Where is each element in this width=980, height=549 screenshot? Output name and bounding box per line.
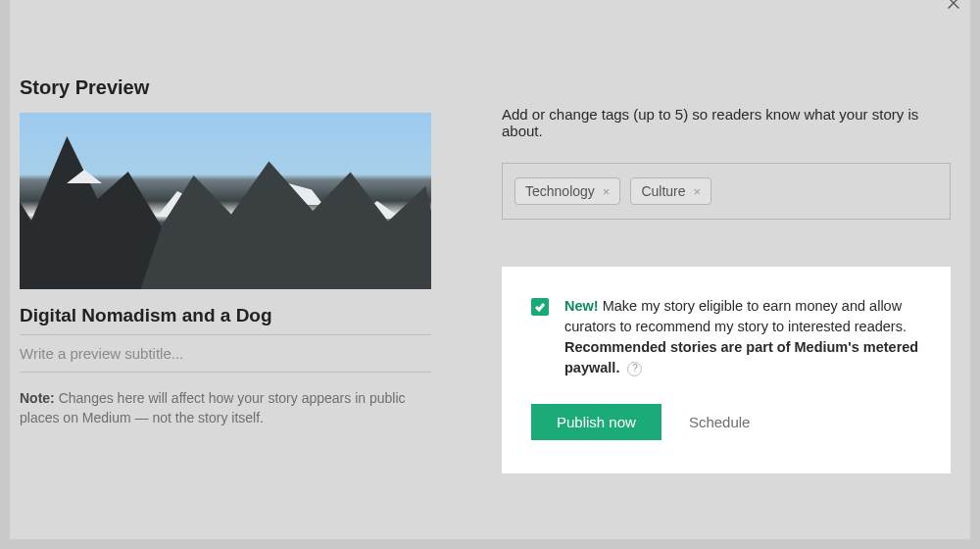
eligibility-bold: Recommended stories are part of Medium's…: [564, 339, 918, 375]
section-title: Story Preview: [20, 76, 431, 99]
preview-image[interactable]: [20, 113, 431, 289]
preview-column: Story Preview Digital Nomadism and a Dog…: [20, 76, 431, 474]
publish-button[interactable]: Publish now: [531, 404, 662, 440]
eligibility-checkbox[interactable]: [531, 298, 549, 316]
schedule-link[interactable]: Schedule: [689, 414, 751, 430]
settings-column: Add or change tags (up to 5) so readers …: [502, 76, 951, 474]
tag-chip: Culture ×: [630, 177, 711, 205]
tag-remove-icon[interactable]: ×: [603, 184, 611, 199]
tags-input[interactable]: Technology × Culture ×: [502, 163, 951, 220]
tag-label: Technology: [525, 183, 595, 199]
help-icon[interactable]: ?: [627, 362, 642, 376]
story-title-field[interactable]: Digital Nomadism and a Dog: [20, 289, 431, 335]
actions-row: Publish now Schedule: [531, 404, 921, 440]
tag-remove-icon[interactable]: ×: [694, 184, 702, 199]
publish-dialog: Story Preview Digital Nomadism and a Dog…: [10, 0, 970, 539]
subtitle-input[interactable]: [20, 335, 431, 373]
tag-chip: Technology ×: [514, 177, 620, 205]
eligibility-row: New! Make my story eligible to earn mone…: [531, 296, 921, 378]
close-icon[interactable]: [945, 0, 964, 14]
eligibility-card: New! Make my story eligible to earn mone…: [502, 267, 951, 474]
new-badge: New!: [564, 298, 599, 314]
preview-note: Note: Changes here will affect how your …: [20, 388, 431, 428]
tag-label: Culture: [641, 183, 685, 199]
tags-help-text: Add or change tags (up to 5) so readers …: [502, 106, 951, 139]
note-text: Changes here will affect how your story …: [20, 390, 406, 425]
eligibility-body: Make my story eligible to earn money and…: [564, 298, 906, 334]
note-bold: Note:: [20, 390, 55, 406]
eligibility-text: New! Make my story eligible to earn mone…: [564, 296, 921, 378]
dialog-content: Story Preview Digital Nomadism and a Dog…: [10, 0, 970, 493]
